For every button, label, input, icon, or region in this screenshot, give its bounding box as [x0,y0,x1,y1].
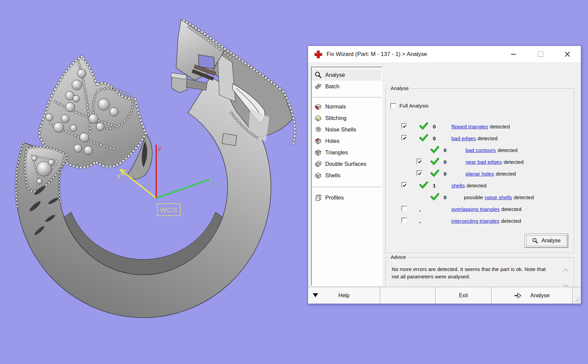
result-link[interactable]: flipped triangles [451,124,488,129]
wizard-footer: Help Exit Analyse [308,287,581,304]
noise-shells-icon [314,125,322,133]
next-analyse-button[interactable]: Analyse [492,287,572,304]
analyse-button-label: Analyse [541,238,561,244]
row-checkbox[interactable] [401,182,407,188]
fix-wizard-window: Fix Wizard (Part: M - 137 - 1) > Analyse [308,46,581,304]
sidebar-item-shells[interactable]: Shells [312,170,382,181]
triangles-cube-icon [314,148,322,156]
batch-cubes-icon [314,82,322,90]
result-link[interactable]: planar holes [466,171,494,177]
result-count: 0 [444,159,447,165]
analyse-groupbox: Analyse Full Analysis 0 0 flipped triang… [385,88,574,253]
advice-text: No more errors are detected. It seems th… [392,266,551,280]
sidebar-item-batch[interactable]: Batch [312,81,382,92]
sidebar-item-double-surfaces[interactable]: Double Surfaces [312,158,382,170]
result-link[interactable]: noise shells [485,194,512,200]
arrow-right-icon [514,293,522,299]
close-icon [565,52,570,57]
result-row-shells: 1 1 shellsdetected [386,180,574,191]
sidebar-item-label: Batch [325,83,339,90]
application-canvas: z y x WCS Fix Wizard (Part: M - 137 - 1)… [0,0,588,364]
next-analyse-label: Analyse [530,293,550,299]
x-axis-label: x [212,180,215,186]
row-checkbox[interactable] [417,170,422,176]
result-count: 0 [444,147,447,153]
help-label: Help [338,293,349,299]
x-axis [156,179,210,198]
sidebar-item-profiles[interactable]: Profiles [312,192,382,203]
sidebar-item-label: Stitching [325,115,346,121]
maximize-icon [538,51,543,57]
close-button[interactable] [554,46,581,62]
result-row-planar-holes: 0 0 planar holesdetected [386,168,574,180]
analyse-button[interactable]: Analyse [525,234,568,248]
y-axis-label: y [117,172,120,179]
result-link[interactable]: bad contours [466,147,496,153]
result-row-bad-edges: 0 0 bad edgesdetected [386,132,574,144]
maximize-button[interactable] [527,46,554,62]
row-checkbox[interactable] [401,123,407,129]
sidebar-item-stitching[interactable]: Stitching [312,112,382,124]
green-check-icon [430,146,439,153]
minimize-button[interactable] [500,46,527,62]
green-check-icon [430,158,439,165]
holes-cube-icon [314,137,322,145]
footer-empty-cell [380,287,436,304]
full-analysis-checkbox[interactable] [390,103,396,109]
sidebar-item-analyse[interactable]: Analyse [312,69,382,81]
sidebar-item-label: Noise Shells [325,126,356,133]
sidebar-item-triangles[interactable]: Triangles [312,147,382,158]
exit-button[interactable]: Exit [436,287,492,304]
result-count: 0 [444,171,447,177]
sidebar-separator [312,97,382,97]
result-link[interactable]: bad edges [451,135,476,141]
svg-text:WCS: WCS [160,206,177,214]
double-surfaces-icon [314,160,322,168]
result-count: 1 [433,183,436,189]
sidebar-separator [312,187,382,187]
red-cross-icon [314,50,323,59]
help-button[interactable]: Help [308,287,380,304]
row-checkbox[interactable] [401,217,407,223]
analysis-results-list: 0 0 flipped trianglesdetected 0 0 bad ed… [386,121,574,227]
green-check-icon [430,193,439,201]
sidebar-item-holes[interactable]: Holes [312,135,382,147]
shells-cube-icon [314,171,322,179]
result-link[interactable]: overlapping triangles [451,206,500,212]
result-count: 0 [433,124,436,130]
dialog-body: Analyse Batch Normal [308,62,581,304]
full-analysis-label: Full Analysis [399,103,428,109]
window-title: Fix Wizard (Part: M - 137 - 1) > Analyse [327,51,427,58]
row-checkbox[interactable] [401,206,407,211]
sidebar-item-label: Holes [325,138,339,144]
sidebar-item-normals[interactable]: Normals [312,101,382,112]
result-row-overlapping-triangles: . . overlapping trianglesdetected [386,203,574,215]
row-checkbox[interactable] [401,135,407,141]
sidebar-item-label: Normals [325,103,346,110]
magnifier-icon [314,71,322,79]
resize-grip[interactable] [573,296,580,303]
dropdown-triangle-icon[interactable] [313,293,318,297]
stitching-cube-icon [314,114,322,122]
result-row-noise-shells: 0 0 possiblenoise shellsdetected [386,191,574,203]
result-row-bad-contours: 0 0 bad contoursdetected [386,144,574,156]
sidebar-item-label: Double Surfaces [325,161,366,167]
green-check-icon [419,122,428,130]
sidebar-item-label: Shells [325,172,340,179]
result-row-near-bad-edges: 0 0 near bad edgesdetected [386,156,574,168]
groupbox-title: Advice [389,254,408,260]
sidebar-item-noise-shells[interactable]: Noise Shells [312,124,382,135]
row-checkbox[interactable] [417,158,422,164]
result-link[interactable]: shells [451,183,465,188]
z-axis-label: z [158,145,162,152]
result-row-flipped-triangles: 0 0 flipped trianglesdetected [386,121,574,132]
normals-cube-icon [314,102,322,111]
full-analysis-checkbox-row[interactable]: Full Analysis [390,103,428,109]
titlebar[interactable]: Fix Wizard (Part: M - 137 - 1) > Analyse [308,46,581,62]
result-count: 0 [433,135,436,142]
green-check-icon [419,134,428,142]
advice-scroll-up-icon[interactable] [562,268,569,272]
result-link[interactable]: intersecting triangles [451,218,499,224]
green-check-icon [419,181,428,189]
result-link[interactable]: near bad edges [466,159,502,165]
